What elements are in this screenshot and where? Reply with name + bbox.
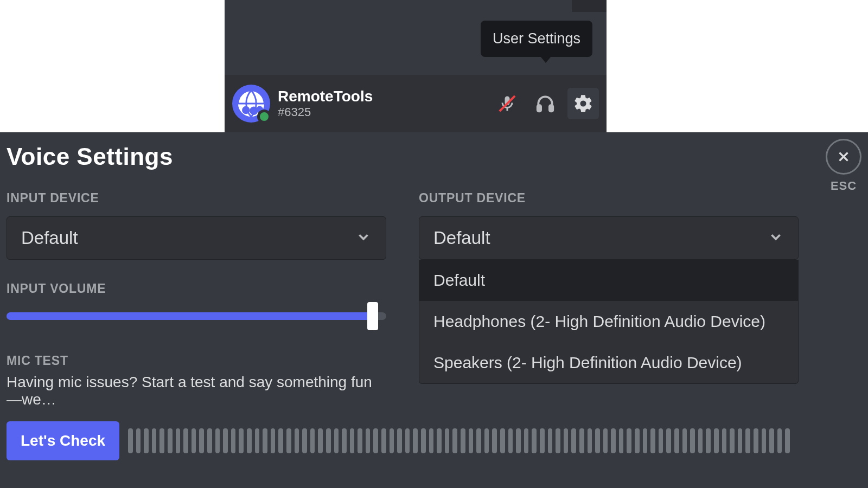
vu-bar: [373, 428, 378, 453]
mute-mic-button[interactable]: [492, 88, 523, 119]
vu-bar: [318, 428, 323, 453]
vu-bar: [445, 428, 450, 453]
vu-bar: [390, 428, 394, 453]
avatar[interactable]: [232, 85, 270, 123]
vu-bar: [183, 428, 188, 453]
svg-rect-5: [550, 105, 553, 111]
close-group: ESC: [826, 139, 861, 193]
vu-bar: [176, 428, 181, 453]
mic-test-description: Having mic issues? Start a test and say …: [7, 374, 386, 408]
output-device-select[interactable]: Default: [419, 216, 799, 260]
vu-bar: [571, 428, 576, 453]
output-device-label: OUTPUT DEVICE: [419, 191, 799, 206]
input-device-value: Default: [21, 228, 78, 248]
vu-bar: [785, 428, 790, 453]
vu-bar: [595, 428, 600, 453]
vu-bar: [223, 428, 228, 453]
vu-bar: [619, 428, 624, 453]
vu-bar: [579, 428, 584, 453]
top-strip-corner: [572, 0, 607, 12]
user-action-bar: [492, 88, 599, 119]
vu-bar: [152, 428, 157, 453]
vu-bar: [381, 428, 386, 453]
vu-bar: [295, 428, 299, 453]
input-volume-slider[interactable]: [7, 303, 386, 330]
vu-bar: [650, 428, 655, 453]
vu-bar: [231, 428, 236, 453]
vu-bar: [429, 428, 434, 453]
vu-bar: [611, 428, 616, 453]
vu-bar: [659, 428, 663, 453]
vu-bar: [159, 428, 164, 453]
vu-bar: [564, 428, 569, 453]
close-button[interactable]: [826, 139, 861, 175]
vu-bar: [540, 428, 545, 453]
slider-thumb[interactable]: [367, 302, 378, 330]
vu-bar: [548, 428, 553, 453]
vu-bar: [397, 428, 402, 453]
output-device-dropdown: Default Default Headphones (2- High Defi…: [419, 216, 799, 260]
left-column: INPUT DEVICE Default INPUT VOLUME MIC TE…: [7, 191, 386, 408]
vu-bar: [666, 428, 671, 453]
lets-check-button[interactable]: Let's Check: [7, 421, 119, 460]
right-column: OUTPUT DEVICE Default Default Headphones…: [419, 191, 799, 408]
vu-bar: [413, 428, 418, 453]
vu-bar: [469, 428, 474, 453]
vu-bar: [603, 428, 608, 453]
vu-bar: [730, 428, 735, 453]
user-settings-button[interactable]: [567, 88, 599, 119]
output-device-value: Default: [433, 228, 490, 248]
slider-fill: [7, 312, 371, 320]
vu-bar: [745, 428, 750, 453]
output-option[interactable]: Speakers (2- High Definition Audio Devic…: [419, 342, 798, 383]
output-device-menu: Default Headphones (2- High Definition A…: [419, 260, 799, 384]
vu-bar: [588, 428, 592, 453]
vu-meter: [128, 428, 790, 453]
vu-bar: [524, 428, 529, 453]
vu-bar: [492, 428, 497, 453]
user-info: RemoteTools #6325: [278, 88, 373, 119]
gear-icon: [573, 93, 593, 114]
input-volume-label: INPUT VOLUME: [7, 281, 106, 296]
vu-bar: [738, 428, 743, 453]
deafen-button[interactable]: [529, 88, 561, 119]
output-option[interactable]: Default: [419, 260, 798, 301]
vu-bar: [484, 428, 489, 453]
vu-bar: [239, 428, 244, 453]
vu-bar: [405, 428, 410, 453]
input-device-select[interactable]: Default: [7, 216, 386, 260]
vu-bar: [334, 428, 339, 453]
headphones-icon: [535, 93, 556, 114]
vu-bar: [706, 428, 711, 453]
vu-bar: [532, 428, 537, 453]
vu-bar: [762, 428, 767, 453]
vu-bar: [342, 428, 347, 453]
voice-settings-panel: Voice Settings ESC INPUT DEVICE Default …: [0, 132, 868, 488]
vu-bar: [310, 428, 315, 453]
vu-bar: [255, 428, 260, 453]
vu-bar: [128, 428, 133, 453]
vu-bar: [674, 428, 679, 453]
vu-bar: [754, 428, 758, 453]
vu-bar: [326, 428, 331, 453]
input-device-label: INPUT DEVICE: [7, 191, 386, 206]
tooltip-text: User Settings: [493, 30, 580, 47]
vu-bar: [247, 428, 252, 453]
panel-title: Voice Settings: [7, 143, 861, 170]
vu-bar: [144, 428, 149, 453]
vu-bar: [278, 428, 283, 453]
svg-rect-4: [538, 105, 541, 111]
vu-bar: [437, 428, 442, 453]
vu-bar: [690, 428, 695, 453]
output-option[interactable]: Headphones (2- High Definition Audio Dev…: [419, 301, 798, 342]
status-online-dot: [257, 110, 271, 124]
vu-bar: [476, 428, 481, 453]
user-panel: RemoteTools #6325: [225, 75, 607, 132]
vu-bar: [698, 428, 703, 453]
close-icon: [835, 149, 852, 165]
vu-bar: [452, 428, 457, 453]
vu-bar: [516, 428, 521, 453]
vu-bar: [769, 428, 774, 453]
vu-bar: [461, 428, 465, 453]
mic-test-label: MIC TEST: [7, 354, 68, 368]
